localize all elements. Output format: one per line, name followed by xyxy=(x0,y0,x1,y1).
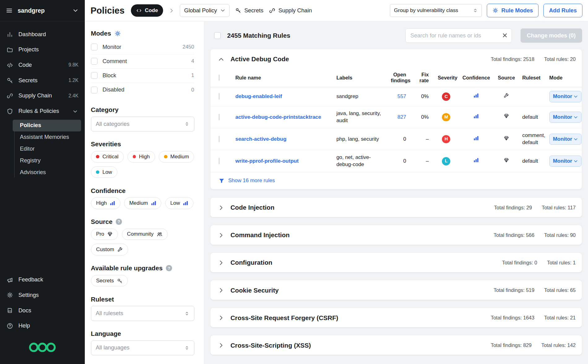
severity-chip-medium[interactable]: Medium xyxy=(159,151,194,163)
sidebar-item-projects[interactable]: Projects xyxy=(0,42,85,58)
select-group-checkbox[interactable] xyxy=(219,75,219,81)
col-ruleset: Ruleset xyxy=(518,69,545,87)
chevron-right-icon[interactable] xyxy=(218,315,224,321)
upgrade-chip-secrets[interactable]: Secrets xyxy=(91,275,128,287)
rule-name-link[interactable]: search-active-debug xyxy=(236,136,287,142)
people-icon xyxy=(157,231,162,237)
open-findings-link[interactable]: 827 xyxy=(397,114,406,120)
chip-label: Community xyxy=(127,231,153,237)
sidebar-item-policies[interactable]: Policies xyxy=(13,120,81,131)
row-checkbox[interactable] xyxy=(219,136,219,142)
source-chip-pro[interactable]: Pro xyxy=(91,229,118,240)
source-help-icon[interactable]: ? xyxy=(116,219,122,225)
source-chip-community[interactable]: Community xyxy=(122,229,168,240)
hamburger-menu-icon[interactable] xyxy=(6,7,13,14)
total-findings: Total findings: 566 xyxy=(494,232,534,238)
mode-value: Monitor xyxy=(553,114,572,121)
ruleset: default xyxy=(518,150,545,172)
secrets-scope-link[interactable]: Secrets xyxy=(235,7,263,14)
chip-label: Critical xyxy=(102,154,119,160)
mode-dropdown[interactable]: Monitor xyxy=(549,112,582,123)
confidence-chip-low[interactable]: Low xyxy=(165,197,193,209)
sidebar-item-docs[interactable]: Docs xyxy=(0,303,85,318)
sidebar-item-label: Code xyxy=(18,62,32,68)
chevron-right-icon[interactable] xyxy=(218,342,224,348)
chevron-right-icon[interactable] xyxy=(218,205,224,211)
group-header[interactable]: Cross-Site Request Forgery (CSRF) Total … xyxy=(210,308,582,327)
ruleset-select[interactable]: All rulesets xyxy=(91,306,194,321)
confidence-chip-medium[interactable]: Medium xyxy=(124,197,162,209)
open-findings: 0 xyxy=(387,150,412,172)
code-scope-button[interactable]: Code xyxy=(131,4,163,17)
sidebar-item-supply-chain[interactable]: Supply Chain 2.4K xyxy=(0,88,85,104)
clear-search-icon[interactable] xyxy=(502,32,508,39)
mode-dropdown[interactable]: Monitor xyxy=(549,156,582,167)
open-findings-link[interactable]: 557 xyxy=(397,93,406,99)
group-header[interactable]: Code Injection Total findings: 29 Total … xyxy=(210,198,582,217)
change-modes-button[interactable]: Change modes (0) xyxy=(521,28,582,43)
page-title: Policies xyxy=(90,6,124,16)
block-checkbox[interactable] xyxy=(91,72,98,79)
severity-chip-low[interactable]: Low xyxy=(91,166,117,178)
add-rules-button[interactable]: Add Rules xyxy=(543,4,582,17)
mode-dropdown[interactable]: Monitor xyxy=(549,91,582,102)
comment-checkbox[interactable] xyxy=(91,58,98,65)
book-icon xyxy=(6,307,13,314)
chevron-right-icon[interactable] xyxy=(218,287,224,293)
supply-chain-scope-link[interactable]: Supply Chain xyxy=(269,7,312,14)
ruleset: comment, default xyxy=(518,128,545,150)
rule-labels: sandgrep xyxy=(333,87,387,106)
source-chip-custom[interactable]: Custom xyxy=(91,244,128,255)
group-header[interactable]: Command Injection Total findings: 566 To… xyxy=(210,225,582,245)
chevron-right-icon[interactable] xyxy=(218,232,224,238)
row-checkbox[interactable] xyxy=(219,158,219,164)
severity-chip-high[interactable]: High xyxy=(128,151,155,163)
sidebar-item-rules-policies[interactable]: Rules & Policies xyxy=(0,104,85,119)
category-select[interactable]: All categories xyxy=(91,117,194,132)
chevron-up-icon[interactable] xyxy=(218,56,224,62)
confidence-chip-high[interactable]: High xyxy=(91,197,120,209)
rule-modes-button[interactable]: Rule Modes xyxy=(487,4,538,17)
open-findings: 0 xyxy=(387,128,412,150)
group-by-select[interactable]: Group by vulnerability class xyxy=(390,4,482,17)
total-rules: Total rules: 117 xyxy=(542,205,576,211)
monitor-checkbox[interactable] xyxy=(91,44,98,50)
group-header[interactable]: Cross-Site-Scripting (XSS) Total finding… xyxy=(210,335,582,355)
sidebar-item-editor[interactable]: Editor xyxy=(13,143,81,155)
row-checkbox[interactable] xyxy=(219,114,219,120)
mode-dropdown[interactable]: Monitor xyxy=(549,134,582,145)
rule-labels: php, lang, security xyxy=(333,128,387,150)
upgrades-help-icon[interactable]: ? xyxy=(166,265,172,271)
group-header[interactable]: Active Debug Code Total findings: 2518 T… xyxy=(210,49,582,69)
severity-chip-critical[interactable]: Critical xyxy=(91,151,124,163)
sidebar-item-dashboard[interactable]: Dashboard xyxy=(0,27,85,42)
group-header[interactable]: Cookie Security Total findings: 519 Tota… xyxy=(210,280,582,300)
col-open-findings: Open findings xyxy=(387,69,412,87)
sidebar-item-secrets[interactable]: Secrets 1.2K xyxy=(0,73,85,88)
gear-icon[interactable] xyxy=(115,30,121,37)
fix-rate: – xyxy=(412,150,434,172)
mode-count: 1 xyxy=(191,72,194,79)
select-all-rules-checkbox[interactable] xyxy=(214,32,221,39)
severity-badge: L xyxy=(442,157,450,165)
chevron-right-icon[interactable] xyxy=(218,260,224,266)
sidebar-item-help[interactable]: Help xyxy=(0,318,85,334)
rule-name-link[interactable]: write-pprof-profile-output xyxy=(236,158,299,164)
sidebar-item-assistant-memories[interactable]: Assistant Memories xyxy=(13,131,81,143)
sidebar: sandgrep Dashboard Projects Code 9.8K Se… xyxy=(0,0,85,364)
sidebar-item-code[interactable]: Code 9.8K xyxy=(0,58,85,73)
disabled-checkbox[interactable] xyxy=(91,87,98,93)
org-switcher[interactable]: sandgrep xyxy=(0,0,85,21)
policy-select[interactable]: Global Policy xyxy=(180,4,230,17)
rule-name-link[interactable]: debug-enabled-leif xyxy=(236,93,282,99)
sidebar-item-registry[interactable]: Registry xyxy=(13,155,81,167)
rule-name-link[interactable]: active-debug-code-printstacktrace xyxy=(236,114,321,120)
language-select[interactable]: All languages xyxy=(91,340,194,356)
show-more-rules-link[interactable]: Show 16 more rules xyxy=(210,172,582,189)
rule-search-input[interactable] xyxy=(405,28,512,43)
sidebar-item-settings[interactable]: Settings xyxy=(0,287,85,303)
row-checkbox[interactable] xyxy=(219,93,219,100)
sidebar-item-feedback[interactable]: Feedback xyxy=(0,272,85,288)
sidebar-item-advisories[interactable]: Advisories xyxy=(13,167,81,178)
group-header[interactable]: Configuration Total findings: 0 Total ru… xyxy=(210,253,582,272)
